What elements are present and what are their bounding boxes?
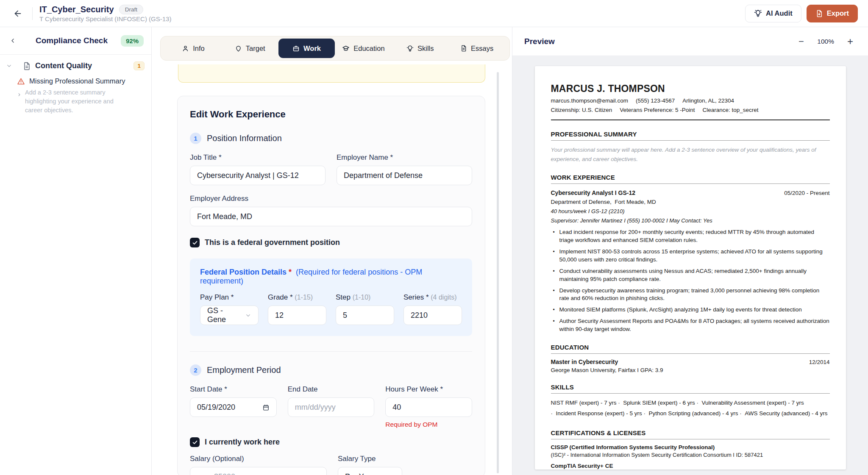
series-label: Series * (4 digits) xyxy=(403,293,462,302)
hours-per-week-field[interactable]: 40 xyxy=(385,397,472,417)
end-date-label: End Date xyxy=(288,385,375,394)
chevron-right-icon xyxy=(17,92,22,115)
preview-title: Preview xyxy=(524,37,555,46)
resume-section-rule xyxy=(551,140,830,141)
page-title: IT_Cyber_Security xyxy=(39,5,114,14)
lightbulb-icon xyxy=(406,45,414,52)
compliance-score-badge: 92% xyxy=(121,35,144,47)
plus-icon: + xyxy=(847,36,853,47)
map-pin-icon xyxy=(235,45,242,52)
tab-essays[interactable]: Essays xyxy=(448,39,505,58)
checkbox-checked-icon xyxy=(190,437,200,447)
export-label: Export xyxy=(827,9,849,17)
editor-scrollbar[interactable] xyxy=(497,72,499,473)
section-title: Position Information xyxy=(207,133,282,143)
preview-canvas[interactable]: MARCUS J. THOMPSON marcus.thompson@email… xyxy=(512,56,868,475)
step-label: Step (1-10) xyxy=(336,293,394,302)
resume-name: MARCUS J. THOMPSON xyxy=(551,83,830,94)
tab-work[interactable]: Work xyxy=(278,39,335,58)
preview-panel: Preview − 100% + MARCUS J. THOMPSON marc… xyxy=(512,27,868,475)
resume-job-title: Cybersecurity Analyst I GS-12 xyxy=(551,189,635,196)
resume-summary-placeholder: Your professional summary will appear he… xyxy=(551,145,830,164)
status-badge: Draft xyxy=(119,5,143,14)
resume-page: MARCUS J. THOMPSON marcus.thompson@email… xyxy=(535,66,846,469)
chevron-left-icon xyxy=(9,37,16,44)
compliance-sidebar: Compliance Check 92% Content Quality 1 xyxy=(0,27,152,475)
export-button[interactable]: Export xyxy=(807,5,858,22)
tab-label: Target xyxy=(246,44,265,53)
issue-item[interactable]: Missing Professional Summary Add a 2-3 s… xyxy=(0,75,151,115)
resume-supervisor: Supervisor: Jennifer Martinez I (555) 10… xyxy=(551,217,830,224)
opm-required-note: Required by OPM xyxy=(385,421,472,428)
employer-address-field[interactable]: Fort Meade, MD xyxy=(190,207,472,226)
issue-count-badge: 1 xyxy=(134,61,145,70)
lightbulb-icon xyxy=(754,9,762,17)
series-field[interactable]: 2210 xyxy=(403,306,462,325)
editor-column: Info Target Work Education Skills xyxy=(152,27,512,475)
section-title: Employment Period xyxy=(207,365,281,375)
employer-name-label: Employer Name * xyxy=(337,153,472,162)
page-subtitle: T Cybersecurity Specialist (INFOSEC) (GS… xyxy=(39,15,171,22)
export-file-icon xyxy=(815,10,823,17)
zoom-in-button[interactable]: + xyxy=(844,36,856,47)
tab-label: Work xyxy=(303,44,321,53)
resume-bullet: Develop cybersecurity awareness training… xyxy=(551,287,830,303)
form-divider xyxy=(190,351,472,352)
chevron-down-icon xyxy=(6,63,12,69)
collapse-sidebar-button[interactable] xyxy=(7,35,19,47)
resume-section-heading: EDUCATION xyxy=(551,344,830,351)
ai-audit-button[interactable]: AI Audit xyxy=(745,5,801,22)
resume-section-heading: SKILLS xyxy=(551,383,830,391)
minus-icon: − xyxy=(798,36,804,47)
tab-target[interactable]: Target xyxy=(222,39,278,58)
tab-label: Essays xyxy=(471,44,493,53)
resume-section-rule xyxy=(551,393,830,394)
resume-employer: Department of Defense, Fort Meade, MD xyxy=(551,199,830,205)
resume-section-heading: PROFESSIONAL SUMMARY xyxy=(551,131,830,138)
person-icon xyxy=(182,45,189,52)
tab-skills[interactable]: Skills xyxy=(392,39,448,58)
grade-field[interactable]: 12 xyxy=(268,306,326,325)
resume-job-dates: 05/2020 - Present xyxy=(784,190,829,196)
pay-plan-select[interactable]: GS - Gene xyxy=(200,306,259,325)
tab-label: Education xyxy=(353,44,384,53)
resume-certification: CISSP (Certified Information Systems Sec… xyxy=(551,444,830,458)
tab-label: Skills xyxy=(417,44,434,53)
salary-field[interactable]: e.g., 85000 xyxy=(190,467,327,475)
end-date-field[interactable]: mm/dd/yyyy xyxy=(288,397,375,417)
resume-contact-line: marcus.thompson@email.com(555) 123-4567A… xyxy=(551,97,830,104)
app-root: IT_Cyber_Security Draft T Cybersecurity … xyxy=(0,0,868,475)
ai-audit-label: AI Audit xyxy=(766,9,793,17)
resume-degree: Master in Cybersecurity xyxy=(551,358,618,365)
start-date-field[interactable]: 05/19/2020 xyxy=(190,397,277,417)
grade-label: Grade * (1-15) xyxy=(268,293,326,302)
section-tabbar: Info Target Work Education Skills xyxy=(160,36,510,61)
federal-position-checkbox[interactable]: This is a federal government position xyxy=(190,238,472,247)
chevron-down-icon xyxy=(245,312,251,319)
warning-triangle-icon xyxy=(17,78,25,86)
tab-education[interactable]: Education xyxy=(335,39,392,58)
salary-type-label: Salary Type xyxy=(338,455,402,463)
job-title-field[interactable]: Cybersecurity Analyst | GS-12 xyxy=(190,166,326,185)
resume-bullet: Monitored SIEM platforms (Splunk, ArcSig… xyxy=(551,306,830,314)
resume-rule xyxy=(551,119,830,120)
zoom-out-button[interactable]: − xyxy=(795,36,807,47)
file-text-icon xyxy=(460,45,467,52)
employer-name-field[interactable]: Department of Defense xyxy=(337,166,472,185)
salary-type-select[interactable]: Per Year xyxy=(338,467,402,475)
issue-description: Add a 2-3 sentence summary highlighting … xyxy=(25,88,132,115)
tab-info[interactable]: Info xyxy=(165,39,222,58)
resume-section-heading: WORK EXPERIENCE xyxy=(551,174,830,181)
resume-bullet: Lead incident response for 200+ monthly … xyxy=(551,228,830,244)
sidebar-group-content-quality[interactable]: Content Quality 1 xyxy=(0,55,151,75)
step-field[interactable]: 5 xyxy=(336,306,394,325)
currently-work-here-checkbox[interactable]: I currently work here xyxy=(190,437,472,447)
chevron-down-icon xyxy=(389,474,395,475)
top-bar: IT_Cyber_Security Draft T Cybersecurity … xyxy=(0,0,868,27)
work-experience-form: Edit Work Experience 1 Position Informat… xyxy=(177,96,485,475)
back-button[interactable] xyxy=(10,6,25,21)
pay-plan-label: Pay Plan * xyxy=(200,293,259,302)
document-icon xyxy=(22,62,31,70)
federal-checkbox-label: This is a federal government position xyxy=(205,238,340,247)
job-title-label: Job Title * xyxy=(190,153,326,162)
